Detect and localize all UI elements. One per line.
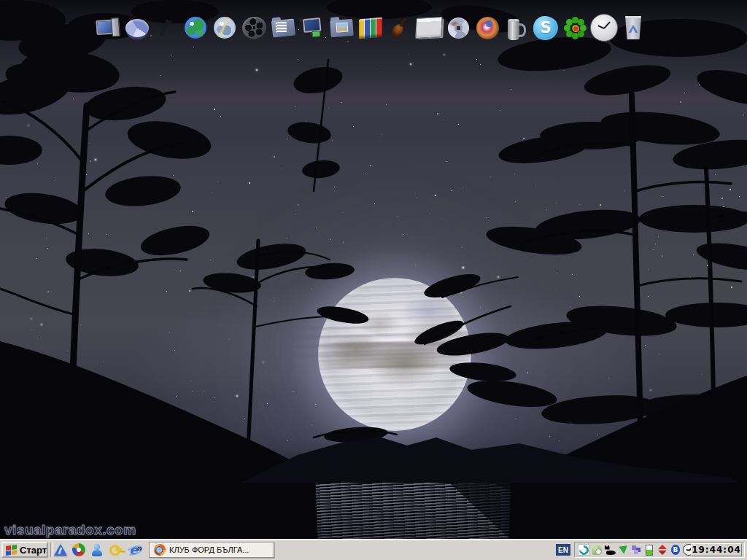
quick-launch-bar: e bbox=[53, 542, 142, 558]
bluetooth-icon-glyph: B bbox=[673, 547, 678, 553]
stein-icon bbox=[506, 17, 527, 39]
prism-launcher[interactable] bbox=[53, 542, 69, 558]
quick-launch-overflow-chevron[interactable]: » bbox=[137, 543, 142, 553]
start-label: Старт bbox=[20, 545, 47, 556]
pie-chart-launcher[interactable] bbox=[123, 12, 152, 44]
my-computer-icon bbox=[96, 18, 120, 38]
binders-icon bbox=[359, 17, 382, 39]
system-tray: B 19:44:04 bbox=[574, 542, 745, 558]
earth-globe-launcher[interactable] bbox=[181, 12, 210, 44]
film-reel-icon bbox=[240, 15, 268, 41]
white-case-launcher[interactable] bbox=[414, 12, 444, 44]
task-button-firefox[interactable]: КЛУБ ФОРД БЪЛГА... bbox=[149, 542, 274, 558]
prism-icon bbox=[54, 544, 67, 556]
recycle-bin-launcher[interactable] bbox=[619, 12, 648, 44]
documents-folder-launcher[interactable] bbox=[268, 12, 298, 44]
dark-tool-icon bbox=[156, 18, 177, 38]
red-updown-arrows-launcher[interactable] bbox=[657, 544, 668, 556]
task-title: КЛУБ ФОРД БЪЛГА... bbox=[169, 545, 249, 554]
white-case-icon bbox=[415, 17, 442, 39]
bluetooth-launcher[interactable]: B bbox=[670, 544, 681, 556]
start-button[interactable]: Старт bbox=[1, 542, 48, 558]
pie-chart-icon bbox=[125, 19, 149, 37]
messenger-launcher[interactable] bbox=[89, 542, 105, 558]
tray-icons: B bbox=[578, 544, 694, 556]
icq-flower-launcher[interactable] bbox=[560, 12, 589, 44]
language-indicator[interactable]: EN bbox=[556, 544, 570, 556]
world-map-globe-launcher[interactable] bbox=[210, 12, 239, 44]
stein-launcher[interactable] bbox=[502, 12, 531, 44]
color-wheel-launcher[interactable] bbox=[71, 542, 87, 558]
binders-launcher[interactable] bbox=[356, 12, 385, 44]
green-scheduler-launcher[interactable] bbox=[591, 544, 603, 556]
firefox-icon bbox=[154, 544, 166, 556]
black-cat-launcher[interactable] bbox=[604, 544, 616, 556]
clock-icon bbox=[590, 14, 618, 42]
yellow-keys-launcher[interactable] bbox=[107, 542, 123, 558]
clock-launcher[interactable] bbox=[589, 12, 619, 44]
desktop: visualparadox.com S Старт e » КЛУБ ФОРД … bbox=[0, 0, 747, 560]
documents-folder-icon bbox=[271, 18, 295, 37]
green-scheduler-icon bbox=[592, 545, 602, 555]
pictures-folder-launcher[interactable] bbox=[327, 12, 356, 44]
pictures-folder-icon bbox=[330, 18, 354, 36]
world-map-globe-icon bbox=[214, 17, 236, 39]
skype-icon: S bbox=[533, 16, 558, 40]
taskbar: Старт e » КЛУБ ФОРД БЪЛГА... EN B 19:44:… bbox=[0, 539, 747, 560]
yellow-keys-icon bbox=[107, 542, 123, 558]
film-reel-launcher[interactable] bbox=[239, 12, 268, 44]
music-cd-launcher[interactable] bbox=[444, 12, 473, 44]
windows-flag-icon bbox=[6, 544, 17, 555]
skype-launcher[interactable]: S bbox=[531, 12, 560, 44]
workstation-launcher[interactable] bbox=[298, 12, 327, 44]
messenger-icon bbox=[90, 543, 104, 556]
red-updown-arrows-icon bbox=[658, 545, 667, 555]
tray-clock[interactable]: 19:44:04 bbox=[691, 543, 742, 556]
workstation-icon bbox=[301, 18, 324, 39]
dock: S bbox=[93, 12, 648, 44]
purple-cubes-icon bbox=[631, 545, 641, 555]
my-computer-launcher[interactable] bbox=[93, 12, 123, 44]
battery-icon bbox=[646, 545, 653, 556]
earth-globe-icon bbox=[185, 17, 206, 39]
purple-cubes-launcher[interactable] bbox=[630, 544, 642, 556]
black-cat-icon bbox=[605, 545, 616, 555]
watermark-text: visualparadox.com bbox=[4, 522, 136, 538]
green-download-icon bbox=[618, 545, 628, 555]
violin-launcher[interactable] bbox=[385, 12, 414, 44]
icq-flower-icon bbox=[562, 15, 587, 40]
dark-tool-launcher[interactable] bbox=[152, 12, 181, 44]
nebula-launcher[interactable] bbox=[473, 12, 502, 44]
music-cd-icon bbox=[448, 18, 469, 39]
teal-ring-launcher[interactable] bbox=[578, 544, 589, 556]
bluetooth-icon: B bbox=[671, 545, 680, 555]
green-download-launcher[interactable] bbox=[617, 544, 629, 556]
full-moon bbox=[318, 278, 471, 431]
recycle-bin-icon bbox=[624, 16, 643, 39]
nebula-icon bbox=[476, 17, 499, 39]
violin-icon bbox=[388, 15, 412, 41]
battery-launcher[interactable] bbox=[643, 544, 655, 556]
skype-icon-glyph: S bbox=[540, 20, 551, 36]
color-wheel-icon bbox=[72, 543, 85, 556]
teal-ring-icon bbox=[578, 544, 589, 556]
horizon-glint bbox=[312, 467, 480, 472]
